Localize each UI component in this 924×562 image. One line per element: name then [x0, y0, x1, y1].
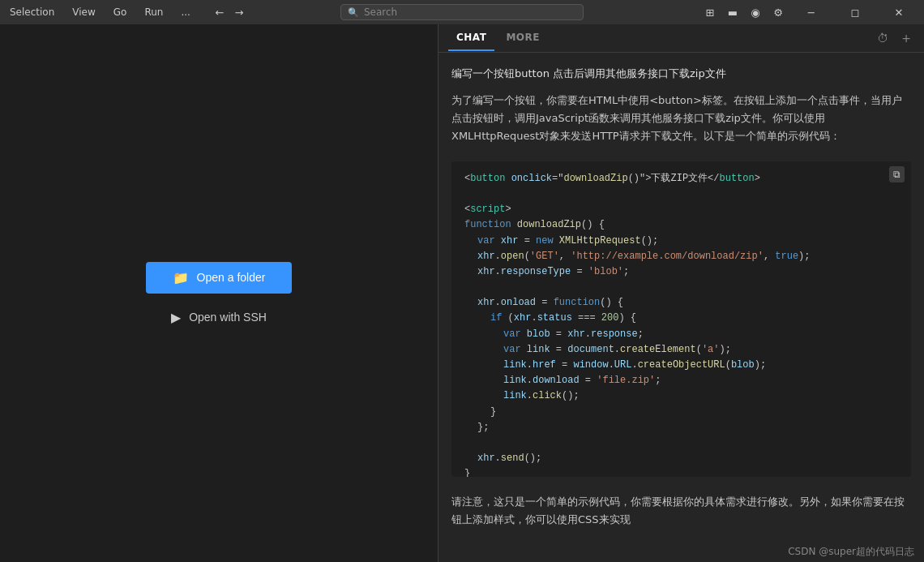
chat-panel: CHAT MORE ⏱ + 编写一个按钮button 点击后调用其他服务接口下载…: [438, 24, 924, 562]
code-line-14: }: [464, 405, 898, 420]
nav-back-button[interactable]: ←: [212, 4, 228, 20]
add-chat-icon[interactable]: +: [898, 30, 914, 46]
titlebar: Selection View Go Run ... ← → 🔍 Search ⊞…: [0, 0, 924, 24]
chat-content: 编写一个按钮button 点击后调用其他服务接口下载zip文件 为了编写一个按钮…: [438, 53, 924, 542]
search-placeholder: Search: [364, 6, 397, 18]
search-bar[interactable]: 🔍 Search: [340, 4, 584, 20]
code-line-9: var blob = xhr.response;: [464, 327, 898, 342]
code-line-10: var link = document.createElement('a');: [464, 342, 898, 358]
code-line-8: if (xhr.status === 200) {: [464, 311, 898, 326]
open-folder-button[interactable]: 📁 Open a folder: [146, 262, 292, 294]
code-line-7: xhr.onload = function() {: [464, 295, 898, 311]
titlebar-right: ⊞ ▬ ◉ ⚙ − ◻ ✕: [702, 0, 918, 24]
open-ssh-label: Open with SSH: [189, 311, 267, 324]
menu-run[interactable]: Run: [141, 5, 166, 19]
open-folder-label: Open a folder: [197, 271, 266, 284]
editor-area: 📁 Open a folder ▶ Open with SSH: [0, 24, 438, 562]
main-content: 📁 Open a folder ▶ Open with SSH CHAT MOR…: [0, 24, 924, 562]
code-line-6: xhr.responseType = 'blob';: [464, 264, 898, 280]
maximize-button[interactable]: ◻: [836, 0, 874, 24]
code-line-4: var xhr = new XMLHttpRequest();: [464, 234, 898, 249]
tab-more[interactable]: MORE: [498, 25, 548, 51]
titlebar-left: Selection View Go Run ... ← →: [6, 4, 247, 20]
footer-credit: CSDN @super超的代码日志: [438, 542, 924, 562]
menu-selection[interactable]: Selection: [6, 5, 58, 19]
nav-forward-button[interactable]: →: [231, 4, 247, 20]
settings-icon[interactable]: ⚙: [770, 4, 786, 20]
chat-answer-intro: 为了编写一个按钮，你需要在HTML中使用<button>标签。在按钮上添加一个点…: [451, 92, 911, 145]
code-line-3: function downloadZip() {: [464, 217, 898, 233]
tab-chat[interactable]: CHAT: [448, 25, 494, 51]
layout-panel-icon[interactable]: ▬: [725, 4, 741, 20]
open-ssh-button[interactable]: ▶ Open with SSH: [171, 310, 267, 325]
tabs-right: ⏱ +: [874, 30, 914, 46]
menu-bar: Selection View Go Run ...: [6, 5, 194, 19]
search-icon: 🔍: [348, 7, 359, 18]
chat-tabs-bar: CHAT MORE ⏱ +: [438, 24, 924, 53]
code-block: ⧉ <button onclick="downloadZip()">下载ZIP文…: [451, 161, 911, 477]
code-line-2: <script>: [464, 202, 898, 217]
code-line-16: xhr.send();: [464, 451, 898, 466]
code-line-1: <button onclick="downloadZip()">下载ZIP文件<…: [464, 171, 898, 187]
code-line-17: }: [464, 466, 898, 476]
code-line-15: };: [464, 420, 898, 435]
menu-more[interactable]: ...: [178, 5, 193, 19]
ssh-icon: ▶: [171, 310, 181, 325]
folder-icon: 📁: [173, 270, 189, 285]
chat-answer-footer: 请注意，这只是一个简单的示例代码，你需要根据你的具体需求进行修改。另外，如果你需…: [451, 493, 911, 529]
code-line-5: xhr.open('GET', 'http://example.com/down…: [464, 249, 898, 264]
copy-button[interactable]: ⧉: [889, 166, 905, 182]
layout-split-icon[interactable]: ⊞: [702, 4, 718, 20]
menu-view[interactable]: View: [69, 5, 98, 19]
tabs-left: CHAT MORE: [448, 25, 548, 51]
activity-icon[interactable]: ◉: [747, 4, 764, 20]
code-line-11: link.href = window.URL.createObjectURL(b…: [464, 358, 898, 373]
minimize-button[interactable]: −: [793, 0, 830, 24]
history-icon[interactable]: ⏱: [874, 30, 892, 46]
code-line-13: link.click();: [464, 388, 898, 404]
menu-go[interactable]: Go: [110, 5, 130, 19]
close-button[interactable]: ✕: [880, 0, 918, 24]
code-line-12: link.download = 'file.zip';: [464, 373, 898, 388]
chat-question: 编写一个按钮button 点击后调用其他服务接口下载zip文件: [451, 66, 911, 82]
